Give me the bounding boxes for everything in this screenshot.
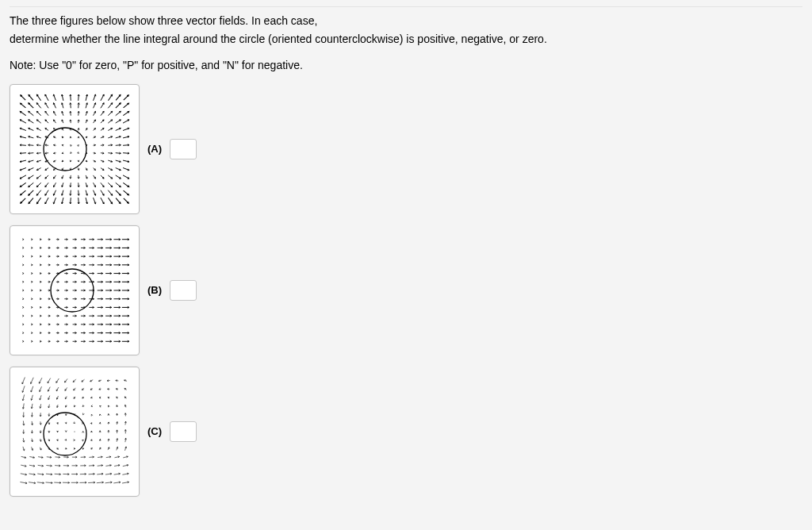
figure-a [10, 84, 140, 214]
label-a: (A) [147, 143, 162, 155]
svg-line-181 [116, 198, 121, 203]
part-c-row: (C) [10, 367, 802, 497]
svg-line-182 [124, 94, 128, 99]
svg-line-11 [20, 182, 25, 186]
svg-line-43 [45, 102, 48, 108]
figure-c [10, 367, 140, 497]
svg-line-24 [29, 175, 34, 179]
label-b: (B) [147, 284, 162, 296]
svg-line-38 [36, 175, 40, 179]
svg-line-193 [123, 182, 128, 186]
svg-line-25 [29, 182, 34, 186]
svg-line-0 [21, 94, 25, 99]
svg-line-31 [36, 120, 40, 123]
question-line-1: The three figures below show three vecto… [10, 13, 802, 29]
svg-line-141 [101, 102, 104, 108]
svg-line-30 [36, 111, 40, 115]
svg-line-10 [20, 175, 26, 179]
svg-line-26 [29, 190, 33, 194]
svg-line-171 [116, 120, 121, 123]
svg-line-53 [45, 182, 48, 186]
svg-line-17 [29, 120, 34, 123]
svg-line-155 [108, 102, 112, 108]
svg-line-29 [36, 102, 40, 108]
svg-line-142 [101, 111, 104, 115]
vector-field-c [15, 372, 134, 491]
svg-line-39 [36, 182, 40, 186]
svg-line-16 [29, 111, 34, 115]
answer-input-c[interactable] [170, 421, 197, 442]
svg-line-157 [108, 120, 112, 123]
label-c: (C) [147, 425, 162, 437]
svg-line-166 [108, 190, 112, 195]
svg-line-156 [108, 111, 112, 115]
svg-line-194 [124, 190, 129, 195]
svg-line-14 [29, 94, 33, 100]
svg-line-178 [116, 175, 121, 179]
vector-field-b [15, 231, 134, 350]
svg-line-185 [123, 120, 129, 123]
svg-line-170 [116, 111, 121, 115]
svg-line-151 [101, 182, 104, 186]
svg-line-55 [45, 198, 48, 204]
answer-input-b[interactable] [170, 280, 197, 301]
svg-line-152 [101, 190, 104, 195]
part-a-row: (A) [10, 84, 802, 214]
svg-line-169 [116, 102, 121, 107]
svg-line-164 [108, 175, 112, 179]
svg-line-15 [29, 102, 33, 107]
svg-line-41 [36, 198, 40, 203]
svg-line-192 [123, 175, 129, 179]
svg-point-451 [75, 431, 75, 432]
question-line-2: determine whether the line integral arou… [10, 32, 802, 47]
svg-line-54 [45, 190, 48, 195]
svg-line-12 [21, 190, 26, 195]
svg-line-153 [101, 198, 104, 204]
answer-input-a[interactable] [170, 139, 197, 159]
svg-line-168 [116, 94, 121, 100]
part-b-row: (B) [10, 225, 802, 355]
vector-field-a [15, 90, 134, 209]
svg-line-154 [108, 94, 112, 100]
svg-line-40 [36, 190, 40, 195]
svg-line-13 [21, 198, 25, 202]
svg-line-2 [20, 111, 25, 115]
svg-line-28 [36, 94, 40, 100]
svg-line-183 [124, 103, 129, 108]
svg-line-1 [21, 103, 26, 108]
svg-line-27 [29, 198, 33, 203]
svg-line-195 [124, 198, 128, 202]
svg-line-44 [45, 111, 48, 115]
svg-line-167 [108, 198, 112, 203]
svg-line-3 [20, 120, 26, 123]
svg-line-165 [108, 182, 112, 186]
svg-point-196 [44, 128, 86, 171]
figure-b [10, 225, 140, 355]
question-note: Note: Use "0" for zero, "P" for positive… [10, 58, 802, 73]
svg-line-179 [116, 182, 121, 186]
svg-line-140 [101, 94, 104, 101]
svg-line-184 [123, 111, 128, 115]
svg-line-42 [45, 94, 48, 101]
svg-line-180 [116, 190, 121, 194]
